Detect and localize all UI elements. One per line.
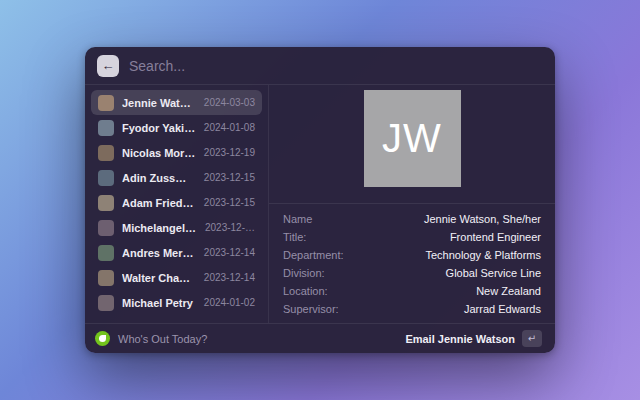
- field-value: Frontend Engineer: [450, 231, 541, 243]
- footer-status-area[interactable]: Who's Out Today?: [95, 331, 207, 346]
- list-item[interactable]: Adin Zussman 2023-12-15: [91, 165, 262, 190]
- search-bar: ←: [85, 47, 555, 85]
- bamboohr-icon: [95, 331, 110, 346]
- field-value: Technology & Platforms: [425, 249, 541, 261]
- person-date: 2023-12-…: [205, 222, 255, 233]
- list-item[interactable]: Michael Petry 2024-01-02: [91, 290, 262, 315]
- window-body: Jennie Watson 2024-03-03 Fyodor Yakimcho…: [85, 85, 555, 323]
- enter-key-icon: ↵: [522, 330, 542, 347]
- back-arrow-icon: ←: [102, 58, 115, 73]
- avatar: [98, 195, 114, 211]
- results-list: Jennie Watson 2024-03-03 Fyodor Yakimcho…: [85, 85, 269, 323]
- field-value: Jarrad Edwards: [464, 303, 541, 315]
- list-item[interactable]: Fyodor Yakimchouk 2024-01-08: [91, 115, 262, 140]
- list-item[interactable]: Adam Friedman 2023-12-15: [91, 190, 262, 215]
- person-name: Walter Channell: [122, 272, 196, 284]
- person-date: 2024-03-03: [204, 97, 255, 108]
- search-window: ← Jennie Watson 2024-03-03 Fyodor Yakimc…: [85, 47, 555, 353]
- field-label: Division:: [283, 267, 325, 279]
- primary-action-label: Email Jennie Watson: [405, 333, 515, 345]
- field-value: Global Service Line: [446, 267, 541, 279]
- detail-field: Name Jennie Watson, She/her: [283, 213, 541, 225]
- person-date: 2023-12-14: [204, 272, 255, 283]
- detail-field: Division: Global Service Line: [283, 267, 541, 279]
- avatar: [98, 245, 114, 261]
- person-name: Adam Friedman: [122, 197, 196, 209]
- avatar: [98, 120, 114, 136]
- profile-avatar: JW: [364, 90, 461, 187]
- search-input[interactable]: [129, 58, 543, 74]
- enter-glyph: ↵: [528, 333, 536, 344]
- detail-panel: JW Name Jennie Watson, She/her Title: Fr…: [269, 85, 555, 323]
- field-label: Department:: [283, 249, 344, 261]
- person-name: Jennie Watson: [122, 97, 196, 109]
- back-button[interactable]: ←: [97, 55, 119, 77]
- person-date: 2024-01-08: [204, 122, 255, 133]
- primary-action-button[interactable]: Email Jennie Watson ↵: [397, 327, 547, 350]
- field-label: Name: [283, 213, 312, 225]
- person-date: 2024-01-02: [204, 297, 255, 308]
- avatar: [98, 145, 114, 161]
- detail-field: Supervisor: Jarrad Edwards: [283, 303, 541, 315]
- list-item[interactable]: Jennie Watson 2024-03-03: [91, 90, 262, 115]
- person-date: 2023-12-15: [204, 172, 255, 183]
- person-name: Michael Petry: [122, 297, 196, 309]
- detail-fields: Name Jennie Watson, She/her Title: Front…: [269, 203, 555, 323]
- person-date: 2023-12-15: [204, 197, 255, 208]
- avatar: [98, 295, 114, 311]
- person-date: 2023-12-14: [204, 247, 255, 258]
- list-item[interactable]: Nicolas Moreno 2023-12-19: [91, 140, 262, 165]
- avatar: [98, 95, 114, 111]
- profile-avatar-section: JW: [269, 85, 555, 203]
- person-name: Fyodor Yakimchouk: [122, 122, 196, 134]
- field-label: Location:: [283, 285, 328, 297]
- person-name: Nicolas Moreno: [122, 147, 196, 159]
- person-date: 2023-12-19: [204, 147, 255, 158]
- detail-field: Department: Technology & Platforms: [283, 249, 541, 261]
- footer-status: Who's Out Today?: [118, 333, 207, 345]
- list-item[interactable]: Walter Channell 2023-12-14: [91, 265, 262, 290]
- list-item[interactable]: Andres Mercado 2023-12-14: [91, 240, 262, 265]
- avatar: [98, 170, 114, 186]
- avatar: [98, 270, 114, 286]
- avatar-initials: JW: [382, 116, 442, 161]
- person-name: Michelangelo Huang…: [122, 222, 197, 234]
- person-name: Andres Mercado: [122, 247, 196, 259]
- field-value: Jennie Watson, She/her: [424, 213, 541, 225]
- list-item[interactable]: Michelangelo Huang… 2023-12-…: [91, 215, 262, 240]
- field-value: New Zealand: [476, 285, 541, 297]
- field-label: Title:: [283, 231, 306, 243]
- person-name: Adin Zussman: [122, 172, 196, 184]
- field-label: Supervisor:: [283, 303, 339, 315]
- avatar: [98, 220, 114, 236]
- detail-field: Title: Frontend Engineer: [283, 231, 541, 243]
- footer: Who's Out Today? Email Jennie Watson ↵: [85, 323, 555, 353]
- detail-field: Location: New Zealand: [283, 285, 541, 297]
